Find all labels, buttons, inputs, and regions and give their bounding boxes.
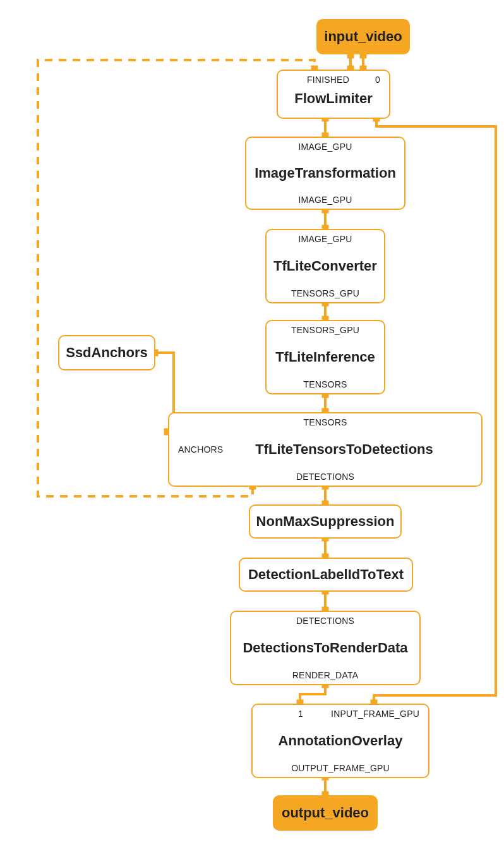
node-tflite-inference[interactable]: TENSORS_GPU TfLiteInference TENSORS xyxy=(265,320,385,394)
node-tensors-to-detections[interactable]: TENSORS ANCHORS TfLiteTensorsToDetection… xyxy=(168,412,483,487)
node-title: AnnotationOverlay xyxy=(279,733,403,749)
node-non-max-suppression[interactable]: NonMaxSuppression xyxy=(249,504,402,539)
port-label-tensors: TENSORS xyxy=(303,417,347,427)
node-title: DetectionsToRenderData xyxy=(243,640,407,656)
node-title: input_video xyxy=(324,28,402,45)
port-label-output-frame-gpu: OUTPUT_FRAME_GPU xyxy=(291,763,390,773)
node-title: DetectionLabelIdToText xyxy=(248,566,404,583)
node-annotation-overlay[interactable]: 1 INPUT_FRAME_GPU AnnotationOverlay OUTP… xyxy=(251,704,429,778)
port-label-input-frame-gpu: INPUT_FRAME_GPU xyxy=(331,709,419,719)
port-label: RENDER_DATA xyxy=(292,670,358,680)
port-label: TENSORS xyxy=(303,379,347,389)
node-title: FlowLimiter xyxy=(294,90,372,107)
port-label-1: 1 xyxy=(298,709,303,719)
port-label: IMAGE_GPU xyxy=(298,142,352,152)
port-label: IMAGE_GPU xyxy=(298,195,352,205)
node-output-video[interactable]: output_video xyxy=(273,795,378,831)
node-detections-to-render-data[interactable]: DETECTIONS DetectionsToRenderData RENDER… xyxy=(230,611,421,685)
node-title: SsdAnchors xyxy=(66,345,148,361)
node-tflite-converter[interactable]: IMAGE_GPU TfLiteConverter TENSORS_GPU xyxy=(265,229,385,303)
port-label: TENSORS_GPU xyxy=(291,325,359,335)
port-label-anchors: ANCHORS xyxy=(178,444,223,455)
node-title: TfLiteTensorsToDetections xyxy=(255,441,433,458)
diagram-canvas: input_video FINISHED 0 FlowLimiter IMAGE… xyxy=(0,0,504,861)
port-label: IMAGE_GPU xyxy=(298,234,352,244)
node-input-video[interactable]: input_video xyxy=(316,19,410,54)
node-flow-limiter[interactable]: FINISHED 0 FlowLimiter xyxy=(277,70,390,119)
node-title: ImageTransformation xyxy=(255,165,396,181)
node-title: TfLiteConverter xyxy=(273,258,377,274)
port-label-finished: FINISHED xyxy=(307,75,349,85)
port-label-0: 0 xyxy=(375,75,380,85)
port-label-detections: DETECTIONS xyxy=(296,472,354,482)
node-title: NonMaxSuppression xyxy=(256,513,395,530)
node-image-transformation[interactable]: IMAGE_GPU ImageTransformation IMAGE_GPU xyxy=(245,137,405,210)
node-ssd-anchors[interactable]: SsdAnchors xyxy=(58,335,155,370)
node-title: TfLiteInference xyxy=(275,349,375,365)
node-detection-label-id-to-text[interactable]: DetectionLabelIdToText xyxy=(239,558,413,592)
node-title: output_video xyxy=(282,805,369,821)
port-label: DETECTIONS xyxy=(296,616,354,626)
port-label: TENSORS_GPU xyxy=(291,288,359,298)
